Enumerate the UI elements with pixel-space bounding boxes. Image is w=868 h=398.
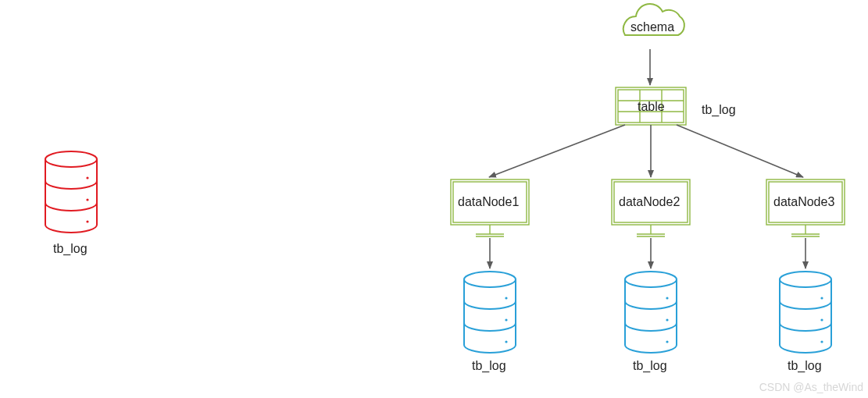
db1-label: tb_log bbox=[472, 359, 506, 373]
svg-point-2 bbox=[86, 198, 88, 201]
svg-point-26 bbox=[505, 297, 507, 299]
left-db-cylinder-icon bbox=[45, 151, 97, 233]
svg-point-35 bbox=[820, 318, 823, 321]
diagram-canvas bbox=[0, 0, 868, 398]
svg-point-0 bbox=[45, 151, 97, 167]
svg-point-25 bbox=[464, 272, 516, 287]
arrow-table-dn3 bbox=[677, 125, 803, 177]
arrow-table-dn1 bbox=[489, 125, 625, 177]
db2-cylinder-icon bbox=[625, 272, 677, 353]
datanode2-label: dataNode2 bbox=[619, 195, 680, 209]
svg-point-33 bbox=[780, 272, 831, 287]
svg-point-27 bbox=[505, 318, 507, 321]
svg-point-1 bbox=[86, 176, 88, 179]
datanode1-label: dataNode1 bbox=[458, 195, 519, 209]
db3-label: tb_log bbox=[788, 359, 822, 373]
db1-cylinder-icon bbox=[464, 272, 516, 353]
db2-label: tb_log bbox=[633, 359, 667, 373]
schema-label: schema bbox=[630, 20, 674, 34]
svg-point-3 bbox=[86, 220, 88, 222]
svg-point-32 bbox=[666, 340, 668, 343]
watermark-text: CSDN @As_theWind bbox=[759, 381, 863, 393]
svg-point-29 bbox=[625, 272, 677, 287]
svg-point-34 bbox=[820, 297, 823, 299]
svg-point-28 bbox=[505, 340, 507, 343]
left-db-label: tb_log bbox=[53, 242, 88, 256]
table-side-label: tb_log bbox=[702, 103, 736, 117]
datanode3-label: dataNode3 bbox=[773, 195, 834, 209]
svg-point-31 bbox=[666, 318, 668, 321]
db3-cylinder-icon bbox=[780, 272, 831, 353]
table-label: table bbox=[638, 100, 665, 114]
svg-point-30 bbox=[666, 297, 668, 299]
svg-point-36 bbox=[820, 340, 823, 343]
